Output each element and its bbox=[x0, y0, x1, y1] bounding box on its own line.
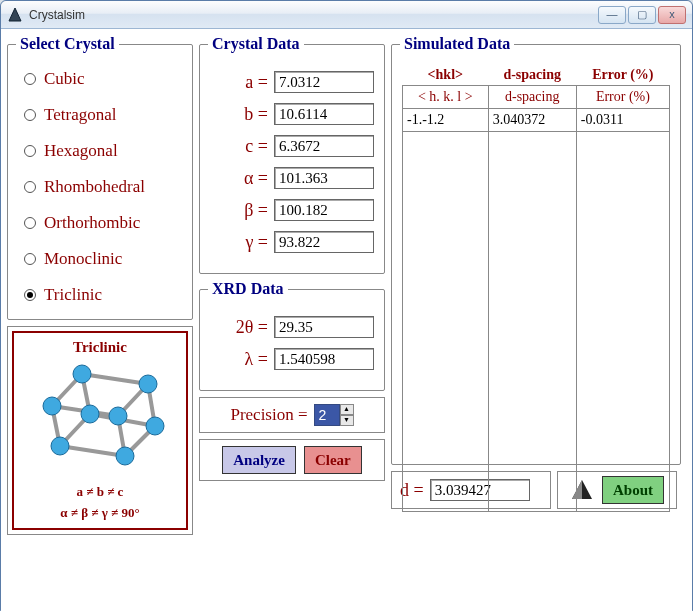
twotheta-label: 2θ = bbox=[232, 317, 268, 338]
sim-col2-error: Error (%) bbox=[576, 86, 669, 109]
select-crystal-legend: Select Crystal bbox=[16, 35, 119, 53]
crystal-data-legend: Crystal Data bbox=[208, 35, 304, 53]
a-label: a = bbox=[232, 72, 268, 93]
crystal-radio-cubic[interactable]: Cubic bbox=[24, 69, 178, 89]
beta-label: β = bbox=[232, 200, 268, 221]
radio-dot-icon bbox=[24, 289, 36, 301]
beta-input[interactable] bbox=[274, 199, 374, 221]
svg-point-16 bbox=[81, 405, 99, 423]
radio-label: Cubic bbox=[44, 69, 85, 89]
xrd-data-group: XRD Data 2θ = λ = bbox=[199, 280, 385, 391]
sim-col-dspacing: d-spacing bbox=[488, 65, 576, 86]
crystal-radio-hexagonal[interactable]: Hexagonal bbox=[24, 141, 178, 161]
crystal-radio-monoclinic[interactable]: Monoclinic bbox=[24, 249, 178, 269]
simulated-data-legend: Simulated Data bbox=[400, 35, 514, 53]
analyze-button[interactable]: Analyze bbox=[222, 446, 296, 474]
minimize-button[interactable]: — bbox=[598, 6, 626, 24]
precision-down-button[interactable]: ▼ bbox=[340, 415, 354, 426]
lambda-label: λ = bbox=[232, 349, 268, 370]
crystal-diagram bbox=[30, 356, 170, 476]
action-buttons: Analyze Clear bbox=[199, 439, 385, 481]
sim-empty bbox=[403, 132, 489, 512]
svg-point-17 bbox=[43, 397, 61, 415]
radio-label: Monoclinic bbox=[44, 249, 122, 269]
radio-label: Hexagonal bbox=[44, 141, 118, 161]
titlebar: Crystalsim — ▢ x bbox=[1, 1, 692, 29]
radio-dot-icon bbox=[24, 145, 36, 157]
radio-label: Triclinic bbox=[44, 285, 102, 305]
svg-point-20 bbox=[73, 365, 91, 383]
radio-dot-icon bbox=[24, 253, 36, 265]
xrd-data-legend: XRD Data bbox=[208, 280, 288, 298]
sim-col-error: Error (%) bbox=[576, 65, 669, 86]
sim-cell-hkl: -1.-1.2 bbox=[403, 109, 489, 132]
b-input[interactable] bbox=[274, 103, 374, 125]
crystal-radio-tetragonal[interactable]: Tetragonal bbox=[24, 105, 178, 125]
maximize-button[interactable]: ▢ bbox=[628, 6, 656, 24]
svg-point-19 bbox=[139, 375, 157, 393]
svg-point-14 bbox=[116, 447, 134, 465]
sim-col-hkl: <hkl> bbox=[403, 65, 489, 86]
sim-cell-error: -0.0311 bbox=[576, 109, 669, 132]
close-button[interactable]: x bbox=[658, 6, 686, 24]
crystal-preview: Triclinic bbox=[7, 326, 193, 535]
radio-dot-icon bbox=[24, 217, 36, 229]
svg-point-15 bbox=[146, 417, 164, 435]
gamma-input[interactable] bbox=[274, 231, 374, 253]
a-input[interactable] bbox=[274, 71, 374, 93]
window-title: Crystalsim bbox=[29, 8, 598, 22]
precision-input[interactable] bbox=[314, 404, 340, 426]
simulated-data-group: Simulated Data <hkl> d-spacing Error (%)… bbox=[391, 35, 681, 465]
radio-label: Tetragonal bbox=[44, 105, 116, 125]
svg-point-13 bbox=[51, 437, 69, 455]
twotheta-input[interactable] bbox=[274, 316, 374, 338]
sim-col2-dspacing: d-spacing bbox=[488, 86, 576, 109]
precision-box: Precision = ▲ ▼ bbox=[199, 397, 385, 433]
preview-line1: a ≠ b ≠ c bbox=[18, 484, 182, 501]
select-crystal-group: Select Crystal CubicTetragonalHexagonalR… bbox=[7, 35, 193, 320]
preview-title: Triclinic bbox=[18, 339, 182, 356]
c-label: c = bbox=[232, 136, 268, 157]
precision-up-button[interactable]: ▲ bbox=[340, 404, 354, 415]
lambda-input[interactable] bbox=[274, 348, 374, 370]
radio-dot-icon bbox=[24, 73, 36, 85]
radio-dot-icon bbox=[24, 181, 36, 193]
radio-dot-icon bbox=[24, 109, 36, 121]
sim-cell-dspacing: 3.040372 bbox=[488, 109, 576, 132]
svg-line-11 bbox=[82, 374, 148, 384]
crystal-data-group: Crystal Data a = b = c = α = β = γ = bbox=[199, 35, 385, 274]
svg-line-1 bbox=[60, 446, 125, 456]
simulated-table: <hkl> d-spacing Error (%) < h. k. l > d-… bbox=[402, 65, 670, 512]
b-label: b = bbox=[232, 104, 268, 125]
radio-label: Orthorhombic bbox=[44, 213, 140, 233]
clear-button[interactable]: Clear bbox=[304, 446, 362, 474]
svg-marker-0 bbox=[9, 8, 21, 21]
radio-label: Rhombohedral bbox=[44, 177, 145, 197]
app-icon bbox=[7, 7, 23, 23]
alpha-label: α = bbox=[232, 168, 268, 189]
crystal-radio-rhombohedral[interactable]: Rhombohedral bbox=[24, 177, 178, 197]
c-input[interactable] bbox=[274, 135, 374, 157]
crystal-radio-triclinic[interactable]: Triclinic bbox=[24, 285, 178, 305]
alpha-input[interactable] bbox=[274, 167, 374, 189]
preview-line2: α ≠ β ≠ γ ≠ 90° bbox=[18, 505, 182, 522]
crystal-radio-orthorhombic[interactable]: Orthorhombic bbox=[24, 213, 178, 233]
svg-point-18 bbox=[109, 407, 127, 425]
precision-label: Precision = bbox=[230, 405, 307, 425]
gamma-label: γ = bbox=[232, 232, 268, 253]
sim-col2-hkl: < h. k. l > bbox=[403, 86, 489, 109]
